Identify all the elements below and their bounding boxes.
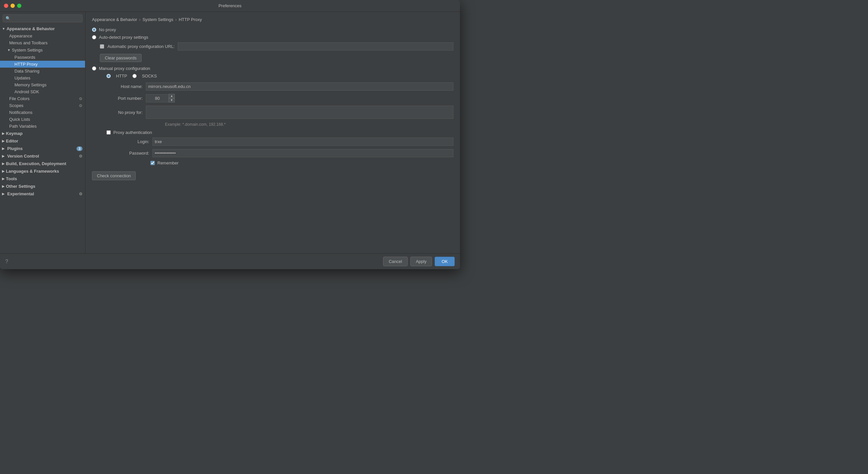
bottom-buttons: Cancel Apply OK	[383, 257, 455, 266]
sidebar-item-path-variables[interactable]: Path Variables	[0, 123, 85, 130]
login-label: Login:	[113, 139, 149, 144]
auto-config-url-input[interactable]	[178, 42, 454, 50]
sidebar-item-experimental[interactable]: ▶ Experimental ⚙	[0, 190, 85, 198]
collapse-triangle: ▶	[2, 169, 5, 173]
port-up-button[interactable]: ▲	[168, 94, 175, 98]
gear-icon: ⚙	[79, 154, 83, 159]
collapse-triangle: ▶	[2, 139, 5, 143]
collapse-triangle: ▶	[2, 192, 5, 196]
cancel-button[interactable]: Cancel	[383, 257, 407, 266]
port-spinner[interactable]: ▲ ▼	[168, 94, 175, 102]
auto-detect-label[interactable]: Auto-detect proxy settings	[99, 35, 148, 40]
collapse-triangle: ▶	[2, 154, 5, 158]
sidebar-item-keymap[interactable]: ▶ Keymap	[0, 130, 85, 137]
socks-label[interactable]: SOCKS	[142, 73, 157, 78]
proxy-auth-label[interactable]: Proxy authentication	[113, 130, 152, 135]
auto-config-url-row: Automatic proxy configuration URL:	[92, 42, 454, 50]
sidebar-item-plugins[interactable]: ▶ Plugins 3	[0, 145, 85, 152]
no-proxy-radio[interactable]	[92, 28, 96, 32]
sidebar-item-notifications[interactable]: Notifications	[0, 109, 85, 116]
remember-label[interactable]: Remember	[157, 161, 178, 165]
sidebar-item-scopes[interactable]: Scopes ⚙	[0, 102, 85, 109]
breadcrumb: Appearance & Behavior › System Settings …	[92, 17, 454, 22]
auto-detect-radio[interactable]	[92, 35, 96, 39]
login-input[interactable]	[152, 138, 454, 146]
sidebar-item-other-settings[interactable]: ▶ Other Settings	[0, 182, 85, 190]
close-button[interactable]	[4, 4, 8, 8]
http-label[interactable]: HTTP	[116, 73, 127, 78]
gear-icon: ⚙	[79, 97, 83, 101]
no-proxy-for-input[interactable]	[146, 106, 454, 119]
window-title: Preferences	[218, 3, 242, 8]
sidebar-item-updates[interactable]: Updates	[0, 74, 85, 81]
collapse-triangle: ▶	[2, 147, 5, 150]
host-name-input[interactable]	[146, 82, 454, 91]
sidebar-item-version-control[interactable]: ▶ Version Control ⚙	[0, 152, 85, 160]
plugins-badge: 3	[76, 146, 83, 151]
maximize-button[interactable]	[17, 4, 21, 8]
search-input[interactable]	[12, 16, 80, 21]
help-button[interactable]: ?	[5, 259, 8, 265]
gear-icon: ⚙	[79, 103, 83, 108]
sidebar-item-passwords[interactable]: Passwords	[0, 54, 85, 61]
http-radio[interactable]	[106, 74, 111, 78]
bottom-bar: ? Cancel Apply OK	[0, 253, 460, 269]
ok-button[interactable]: OK	[435, 257, 455, 266]
no-proxy-row: No proxy	[92, 27, 454, 32]
port-number-input[interactable]	[146, 94, 169, 102]
no-proxy-for-label: No proxy for:	[106, 110, 143, 115]
host-name-label: Host name:	[106, 84, 143, 89]
remember-checkbox[interactable]	[151, 161, 155, 165]
gear-icon: ⚙	[79, 192, 83, 196]
proxy-auth-checkbox[interactable]	[106, 130, 111, 135]
sidebar-item-languages-frameworks[interactable]: ▶ Languages & Frameworks	[0, 167, 85, 175]
sidebar-item-appearance[interactable]: Appearance	[0, 33, 85, 39]
sidebar-item-quick-lists[interactable]: Quick Lists	[0, 116, 85, 123]
sidebar-item-data-sharing[interactable]: Data Sharing	[0, 68, 85, 74]
sidebar-item-system-settings[interactable]: ▼ System Settings	[0, 46, 85, 54]
no-proxy-label[interactable]: No proxy	[99, 27, 116, 32]
sidebar-item-build-exec-deploy[interactable]: ▶ Build, Execution, Deployment	[0, 160, 85, 167]
content-area: Appearance & Behavior › System Settings …	[86, 12, 460, 253]
auto-detect-row: Auto-detect proxy settings	[92, 35, 454, 40]
minimize-button[interactable]	[10, 4, 15, 8]
sidebar-item-android-sdk[interactable]: Android SDK	[0, 88, 85, 95]
port-number-label: Port number:	[106, 96, 143, 101]
collapse-triangle: ▶	[2, 162, 5, 165]
check-connection-button[interactable]: Check connection	[92, 171, 136, 180]
sidebar-item-memory-settings[interactable]: Memory Settings	[0, 81, 85, 88]
auto-config-label: Automatic proxy configuration URL:	[107, 44, 175, 49]
manual-proxy-radio[interactable]	[92, 66, 96, 71]
window-controls[interactable]	[4, 4, 21, 8]
manual-proxy-row: Manual proxy configuration	[92, 66, 454, 71]
example-text: Example: *.domain.com, 192.168.*	[92, 122, 454, 127]
sidebar: 🔍 ▼ Appearance & Behavior Appearance Men…	[0, 12, 86, 253]
sidebar-item-editor[interactable]: ▶ Editor	[0, 137, 85, 145]
sidebar-item-tools[interactable]: ▶ Tools	[0, 175, 85, 182]
search-box[interactable]: 🔍	[3, 14, 83, 22]
sidebar-item-appearance-behavior[interactable]: ▼ Appearance & Behavior	[0, 25, 85, 33]
sub-triangle: ▼	[7, 48, 10, 52]
search-icon: 🔍	[6, 16, 10, 21]
port-down-button[interactable]: ▼	[168, 98, 175, 102]
sidebar-item-http-proxy[interactable]: HTTP Proxy	[0, 61, 85, 68]
sidebar-item-menus-toolbars[interactable]: Menus and Toolbars	[0, 39, 85, 46]
auto-config-checkbox[interactable]	[100, 44, 104, 48]
manual-proxy-label[interactable]: Manual proxy configuration	[99, 66, 150, 71]
password-input[interactable]	[152, 149, 454, 157]
sidebar-item-file-colors[interactable]: File Colors ⚙	[0, 95, 85, 102]
sidebar-label: Appearance & Behavior	[7, 26, 55, 31]
title-bar: Preferences	[0, 0, 460, 12]
password-label: Password:	[113, 151, 149, 156]
collapse-triangle: ▶	[2, 177, 5, 180]
socks-radio[interactable]	[132, 74, 137, 78]
clear-passwords-button[interactable]: Clear passwords	[100, 54, 142, 62]
apply-button[interactable]: Apply	[410, 257, 432, 266]
collapse-triangle: ▶	[2, 132, 5, 135]
collapse-triangle: ▼	[2, 27, 5, 31]
collapse-triangle: ▶	[2, 184, 5, 188]
